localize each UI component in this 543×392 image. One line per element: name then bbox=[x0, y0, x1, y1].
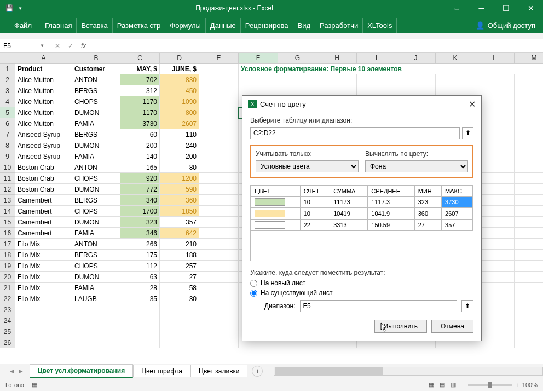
cell[interactable] bbox=[278, 74, 317, 85]
cell[interactable] bbox=[199, 315, 239, 326]
row-header[interactable]: 16 bbox=[0, 228, 15, 239]
cell[interactable]: Alice Mutton bbox=[15, 85, 72, 96]
row-header[interactable]: 22 bbox=[0, 293, 15, 304]
cell[interactable]: 346 bbox=[120, 228, 160, 239]
cell[interactable] bbox=[199, 206, 239, 217]
execute-button[interactable]: Выполнить bbox=[374, 320, 427, 333]
cell[interactable] bbox=[475, 74, 515, 85]
cell[interactable] bbox=[199, 195, 239, 206]
cell[interactable] bbox=[515, 239, 543, 250]
cell[interactable] bbox=[199, 151, 239, 162]
cell[interactable]: 3730 bbox=[120, 118, 160, 129]
cell[interactable] bbox=[199, 304, 239, 315]
macro-record-icon[interactable]: ▦ bbox=[32, 381, 37, 388]
cell[interactable] bbox=[199, 140, 239, 151]
cell[interactable]: 200 bbox=[120, 140, 160, 151]
cell[interactable] bbox=[317, 74, 357, 85]
cell[interactable]: 188 bbox=[160, 250, 199, 261]
cell[interactable] bbox=[199, 250, 239, 261]
tab-file[interactable]: Файл bbox=[5, 18, 41, 33]
ribbon-tab[interactable]: Вставка bbox=[77, 18, 112, 33]
table-row[interactable]: 22 3313 150.59 27 357 bbox=[251, 220, 473, 231]
cell[interactable] bbox=[515, 140, 543, 151]
cell[interactable] bbox=[199, 129, 239, 140]
cell[interactable]: 63 bbox=[120, 272, 160, 283]
cell[interactable]: BERGS bbox=[72, 195, 120, 206]
cell[interactable]: 30 bbox=[160, 293, 199, 304]
cell[interactable]: Camembert bbox=[15, 228, 72, 239]
cell[interactable] bbox=[199, 162, 239, 173]
share-button[interactable]: 👤 Общий доступ bbox=[468, 18, 543, 33]
cell[interactable]: MAY, $ bbox=[120, 64, 160, 74]
row-header[interactable]: 19 bbox=[0, 261, 15, 272]
cell[interactable] bbox=[120, 326, 160, 337]
cell[interactable] bbox=[515, 250, 543, 261]
cell[interactable]: 590 bbox=[160, 184, 199, 195]
sheet-nav-next-icon[interactable]: ► bbox=[18, 367, 24, 375]
cell[interactable] bbox=[515, 173, 543, 184]
cell[interactable] bbox=[515, 85, 543, 96]
cell[interactable]: 1850 bbox=[160, 206, 199, 217]
cell[interactable]: 1200 bbox=[160, 173, 199, 184]
cell[interactable] bbox=[515, 261, 543, 272]
cell[interactable] bbox=[436, 85, 475, 96]
cell[interactable]: BERGS bbox=[72, 85, 120, 96]
output-range-picker-button[interactable]: ⬆ bbox=[461, 300, 473, 312]
confirm-formula-icon[interactable]: ✓ bbox=[68, 42, 73, 50]
cell[interactable]: BERGS bbox=[72, 250, 120, 261]
cell[interactable] bbox=[515, 217, 543, 228]
row-header[interactable]: 3 bbox=[0, 85, 15, 96]
ribbon-tab[interactable]: Рецензирова bbox=[241, 18, 293, 33]
cell[interactable]: 360 bbox=[160, 195, 199, 206]
cell[interactable] bbox=[199, 85, 239, 96]
cell[interactable] bbox=[199, 228, 239, 239]
ribbon-options-icon[interactable]: ▭ bbox=[444, 0, 469, 16]
cell[interactable] bbox=[199, 326, 239, 337]
cell[interactable]: 165 bbox=[120, 162, 160, 173]
cell[interactable] bbox=[199, 272, 239, 283]
cell[interactable]: Filo Mix bbox=[15, 239, 72, 250]
row-header[interactable]: 4 bbox=[0, 96, 15, 107]
cell[interactable] bbox=[357, 74, 396, 85]
cell[interactable] bbox=[160, 337, 199, 348]
cell[interactable] bbox=[239, 74, 278, 85]
view-break-icon[interactable]: ▥ bbox=[450, 381, 456, 388]
cell[interactable]: Boston Crab bbox=[15, 173, 72, 184]
cancel-button[interactable]: Отмена bbox=[431, 320, 473, 333]
column-header[interactable]: C bbox=[120, 53, 160, 64]
cell[interactable]: Camembert bbox=[15, 217, 72, 228]
cell[interactable]: Alice Mutton bbox=[15, 74, 72, 85]
cell[interactable] bbox=[160, 326, 199, 337]
row-header[interactable]: 11 bbox=[0, 173, 15, 184]
cell[interactable]: Aniseed Syrup bbox=[15, 129, 72, 140]
close-button[interactable]: ✕ bbox=[518, 0, 543, 16]
row-header[interactable]: 20 bbox=[0, 272, 15, 283]
sheet-nav-prev-icon[interactable]: ◄ bbox=[9, 367, 15, 375]
cell[interactable]: 210 bbox=[160, 239, 199, 250]
cell[interactable] bbox=[515, 315, 543, 326]
cell[interactable]: 58 bbox=[160, 283, 199, 293]
cell[interactable]: 1090 bbox=[160, 96, 199, 107]
cell[interactable]: 340 bbox=[120, 195, 160, 206]
zoom-out-button[interactable]: − bbox=[461, 382, 465, 388]
ribbon-tab[interactable]: Вид bbox=[293, 18, 316, 33]
cell[interactable] bbox=[515, 151, 543, 162]
row-header[interactable]: 2 bbox=[0, 74, 15, 85]
cell[interactable]: 702 bbox=[120, 74, 160, 85]
row-header[interactable]: 26 bbox=[0, 337, 15, 348]
sheet-tab[interactable]: Цвет усл.форматирования bbox=[30, 364, 133, 378]
cell[interactable]: 1170 bbox=[120, 96, 160, 107]
cell[interactable]: Filo Mix bbox=[15, 250, 72, 261]
cell[interactable]: JUNE, $ bbox=[160, 64, 199, 74]
cell[interactable] bbox=[199, 74, 239, 85]
cell[interactable] bbox=[72, 315, 120, 326]
cell[interactable]: CHOPS bbox=[72, 206, 120, 217]
cell[interactable]: 200 bbox=[160, 151, 199, 162]
row-header[interactable]: 1 bbox=[0, 64, 15, 74]
cell[interactable] bbox=[515, 304, 543, 315]
cell[interactable]: Aniseed Syrup bbox=[15, 140, 72, 151]
cell[interactable] bbox=[515, 272, 543, 283]
cell[interactable] bbox=[199, 64, 239, 74]
row-header[interactable]: 12 bbox=[0, 184, 15, 195]
cell[interactable] bbox=[199, 261, 239, 272]
